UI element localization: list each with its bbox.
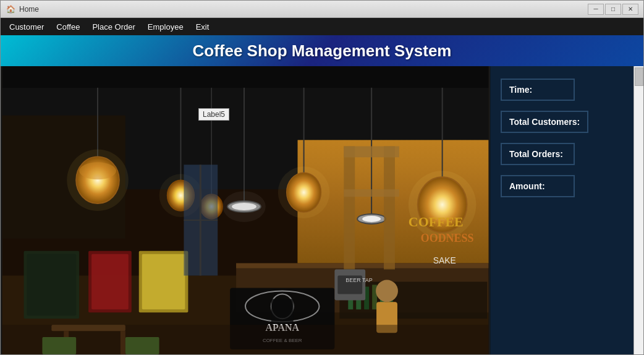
svg-rect-51 [91,254,129,310]
maximize-button[interactable]: □ [605,4,621,15]
title-bar: 🏠 Home ─ □ ✕ [1,1,643,18]
total-orders-label: Total Orders: [501,143,575,165]
svg-point-29 [362,216,381,222]
menu-item-coffee[interactable]: Coffee [50,20,86,34]
total-customers-label: Total Customers: [501,111,588,133]
header-title: Coffee Shop Management System [193,41,452,61]
total-orders-row: Total Orders: [501,143,633,165]
amount-label: Amount: [501,175,575,197]
svg-rect-69 [42,337,76,354]
minimize-button[interactable]: ─ [588,4,604,15]
svg-point-60 [376,280,398,302]
svg-point-21 [222,191,266,222]
scene-svg: APANA COFFEE & BEER COFFEE [1,66,490,354]
coffee-shop-image: APANA COFFEE & BEER COFFEE [1,66,490,354]
time-row: Time: [501,79,633,101]
menu-item-exit[interactable]: Exit [190,20,216,34]
svg-text:BEER TAP: BEER TAP [345,277,372,283]
menu-bar: Customer Coffee Place Order Employee Exi… [1,18,643,35]
svg-point-25 [278,166,330,218]
svg-rect-49 [27,254,77,316]
menu-item-place-order[interactable]: Place Order [86,20,141,34]
svg-rect-38 [384,146,395,269]
close-button[interactable]: ✕ [622,4,638,15]
svg-rect-70 [125,337,159,354]
window-controls: ─ □ ✕ [588,4,638,15]
svg-rect-37 [344,146,355,269]
svg-rect-40 [344,189,399,197]
svg-text:SAKE: SAKE [433,255,456,265]
svg-rect-39 [344,146,399,157]
time-label: Time: [501,79,575,101]
menu-item-employee[interactable]: Employee [142,20,190,34]
scrollbar[interactable] [633,66,643,354]
window-icon: 🏠 [6,4,15,14]
svg-point-12 [67,149,129,211]
svg-rect-53 [142,254,185,310]
total-customers-row: Total Customers: [501,111,633,133]
svg-text:OODNESS: OODNESS [421,232,474,244]
window-title: Home [19,5,588,14]
scroll-thumb[interactable] [635,67,643,86]
svg-rect-57 [271,299,294,323]
menu-item-customer[interactable]: Customer [3,20,50,34]
right-panel: Time: Total Customers: Total Orders: Amo… [490,66,643,354]
header-banner: Coffee Shop Management System [1,35,643,66]
svg-text:COFFEE: COFFEE [409,214,464,229]
amount-row: Amount: [501,175,633,197]
label5: Label5 [198,108,229,121]
main-window: 🏠 Home ─ □ ✕ Customer Coffee Place Order… [0,0,644,355]
svg-rect-74 [2,66,489,88]
main-content: APANA COFFEE & BEER COFFEE [1,66,643,354]
